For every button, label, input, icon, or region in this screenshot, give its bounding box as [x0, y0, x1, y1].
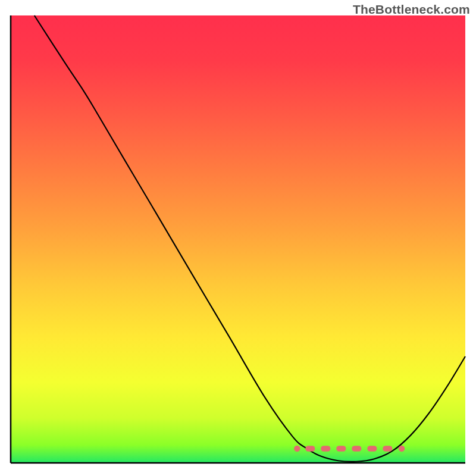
svg-rect-3 — [336, 446, 346, 452]
svg-rect-5 — [367, 446, 377, 452]
svg-point-7 — [399, 446, 405, 452]
plot-svg — [0, 0, 476, 476]
svg-rect-2 — [321, 446, 330, 452]
svg-rect-1 — [305, 446, 315, 452]
svg-rect-6 — [383, 446, 392, 452]
svg-point-0 — [294, 446, 300, 452]
attribution-label: TheBottleneck.com — [353, 2, 470, 17]
bottleneck-chart: TheBottleneck.com — [0, 0, 476, 476]
svg-rect-4 — [352, 446, 361, 452]
